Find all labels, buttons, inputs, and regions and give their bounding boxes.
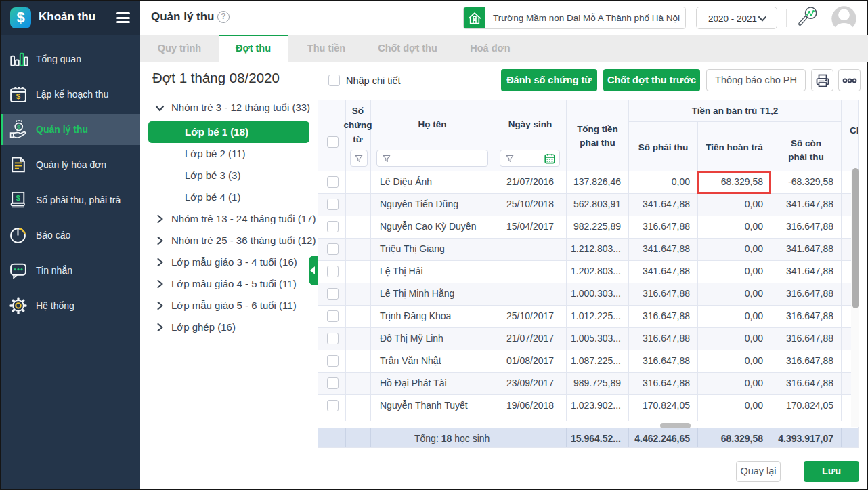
svg-text:$: $ <box>16 92 21 100</box>
svg-text:$: $ <box>17 124 21 131</box>
svg-text:$: $ <box>16 194 20 202</box>
